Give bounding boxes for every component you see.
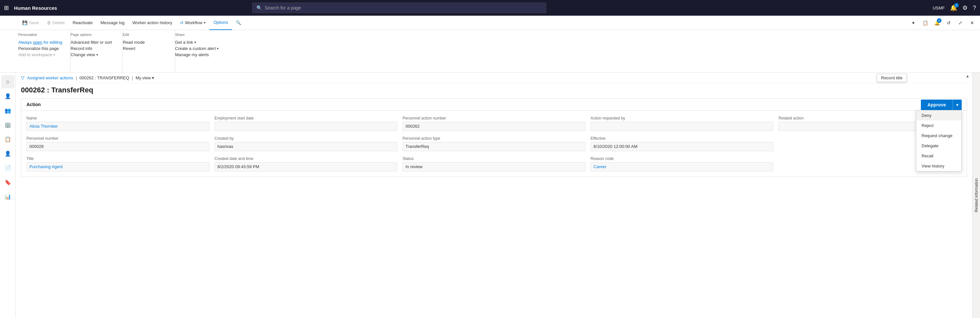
created-by-value: hasrivas [215,142,398,151]
help-icon[interactable]: ? [973,5,976,11]
sidebar-users-icon[interactable]: 👥 [1,104,14,117]
get-a-link-item[interactable]: Get a link ▾ [175,39,220,45]
sidebar-doc-icon[interactable]: 📄 [1,161,14,174]
sidebar-list-icon[interactable]: 📋 [1,132,14,146]
related-info-panel[interactable]: Related information [972,73,980,318]
title-value[interactable]: Purchasing Agent [27,162,209,172]
delete-button[interactable]: 🗑 Delete [43,16,69,30]
personalize-icon-btn[interactable]: ✦ [908,17,919,28]
collapse-button[interactable]: ▲ [966,74,970,78]
dropdown-view-history[interactable]: View history [916,161,961,171]
ribbon-right-actions: ✦ 📋 🔔 0 ↺ ⤢ ✕ [908,17,980,28]
personnel-number-label: Personnel number [27,136,209,141]
approve-button[interactable]: Approve [921,100,953,110]
record-info-item[interactable]: Record info [70,45,115,52]
sidebar-home-icon[interactable]: ⌂ [1,75,14,88]
main-layout: ⌂ 👤 👥 🏢 📋 👤 📄 🔖 📊 ▽ Assigned worker acti… [0,73,980,318]
grid-icon[interactable]: ⊞ [4,4,9,11]
advanced-filter-item[interactable]: Advanced filter or sort [70,39,115,45]
share-group: Share Get a link ▾ Create a custom alert… [175,30,228,72]
name-field: Name Alicia Thornber [27,116,209,131]
content-area: ▽ Assigned worker actions | 000262 : TRA… [16,73,972,318]
dropdown-recall[interactable]: Recall [916,151,961,161]
my-view-label: My view [135,75,151,80]
filter-icon[interactable]: ▽ [21,75,24,80]
created-by-label: Created by [215,136,398,141]
effective-field: Effective 8/10/2020 12:00:00 AM [590,136,773,151]
title-label: Title [27,156,209,161]
settings-icon[interactable]: ⚙ [963,4,967,11]
create-custom-alert-item[interactable]: Create a custom alert ▾ [175,45,220,52]
approve-container: Approve ▾ Deny Reject Request change Del… [921,100,962,110]
my-view-selector[interactable]: My view ▾ [135,75,154,80]
sidebar-person-icon[interactable]: 👤 [1,147,14,160]
employment-start-date-value [215,122,398,131]
breadcrumb-bar: ▽ Assigned worker actions | 000262 : TRA… [16,73,972,83]
sidebar-user-icon[interactable]: 👤 [1,89,14,103]
workflow-button[interactable]: ↺ Workflow ▾ [176,16,209,30]
edit-group: Edit Read mode Revert [123,30,175,72]
dropdown-reject[interactable]: Reject [916,121,961,130]
options-button[interactable]: Options [209,16,232,30]
always-open-editing-item[interactable]: Always open for editing [18,39,62,45]
assigned-worker-actions-link[interactable]: Assigned worker actions [27,75,73,80]
name-value[interactable]: Alicia Thornber [27,122,209,131]
refresh-icon-btn[interactable]: ↺ [943,17,954,28]
action-requested-by-field: Action requested by [590,116,773,131]
personnel-action-type-field: Personnel action type TransferReq [402,136,585,151]
ribbon-search-button[interactable]: 🔍 [232,16,245,30]
dropdown-request-change[interactable]: Request change [916,130,961,141]
page-title-area: 000262 : TransferReq Approve ▾ Deny Reje… [16,83,972,98]
add-to-workspace-item[interactable]: Add to workspace ▾ [18,52,62,58]
notification-btn-wrap: 🔔 1 [950,4,957,11]
sidebar-bookmark-icon[interactable]: 🔖 [1,176,14,189]
worker-action-history-button[interactable]: Worker action history [128,16,176,30]
action-fields-row2: Personnel number 000028 Created by hasri… [21,136,967,156]
action-fields-row3: Title Purchasing Agent Created date and … [21,156,967,176]
app-title: Human Resources [14,5,57,11]
sidebar-chart-icon[interactable]: 📊 [1,190,14,203]
action-fields-row1: Name Alicia Thornber Employment start da… [21,111,967,136]
approve-dropdown-toggle[interactable]: ▾ [953,100,962,110]
effective-label: Effective [590,136,773,141]
close-icon-btn[interactable]: ✕ [967,17,977,28]
ribbon-notification-badge: 0 [937,18,942,23]
personalize-page-item[interactable]: Personalize this page [18,45,62,52]
related-info-label: Related information [974,178,979,212]
reactivate-button[interactable]: Reactivate [68,16,96,30]
dropdown-delegate[interactable]: Delegate [916,141,961,151]
action-section-title: Action [27,102,41,107]
revert-item[interactable]: Revert [123,45,167,52]
personnel-number-field: Personnel number 000028 [27,136,209,151]
personnel-number-value: 000028 [27,142,209,151]
expand-icon-btn[interactable]: ⤢ [955,17,966,28]
created-datetime-label: Created date and time [215,156,398,161]
breadcrumb-sep2: | [132,75,133,80]
read-mode-item[interactable]: Read mode [123,39,167,45]
status-value: In review [402,162,585,172]
action-requested-by-value [590,122,773,131]
manage-alerts-item[interactable]: Manage my alerts [175,52,220,58]
reason-code-value[interactable]: Career [590,162,773,172]
save-button[interactable]: 💾 Save [18,16,43,30]
dropdown-deny[interactable]: Deny [916,110,961,121]
message-log-button[interactable]: Message log [97,16,129,30]
search-box[interactable]: 🔍 Search for a page [252,3,546,13]
search-icon: 🔍 [256,5,262,10]
clipboard-icon-btn[interactable]: 📋 [920,17,930,28]
approve-btn-group: Approve ▾ [921,100,962,110]
sidebar-org-icon[interactable]: 🏢 [1,118,14,131]
record-title-tooltip: Record title [877,74,907,82]
action-requested-by-label: Action requested by [590,116,773,121]
options-menu-panel: Personalize Always open for editing Pers… [0,30,980,73]
sidebar: ⌂ 👤 👥 🏢 📋 👤 📄 🔖 📊 [0,73,16,318]
personalize-group-title: Personalize [18,33,62,37]
change-view-item[interactable]: Change view ▾ [70,52,115,58]
create-alert-chevron: ▾ [217,47,218,50]
status-label: Status [402,156,585,161]
my-view-chevron: ▾ [152,75,154,80]
delete-icon: 🗑 [47,20,51,25]
edit-group-title: Edit [123,33,167,37]
reason-code-label: Reason code [590,156,773,161]
ribbon-bar: 💾 Save 🗑 Delete Reactivate Message log W… [0,16,980,30]
